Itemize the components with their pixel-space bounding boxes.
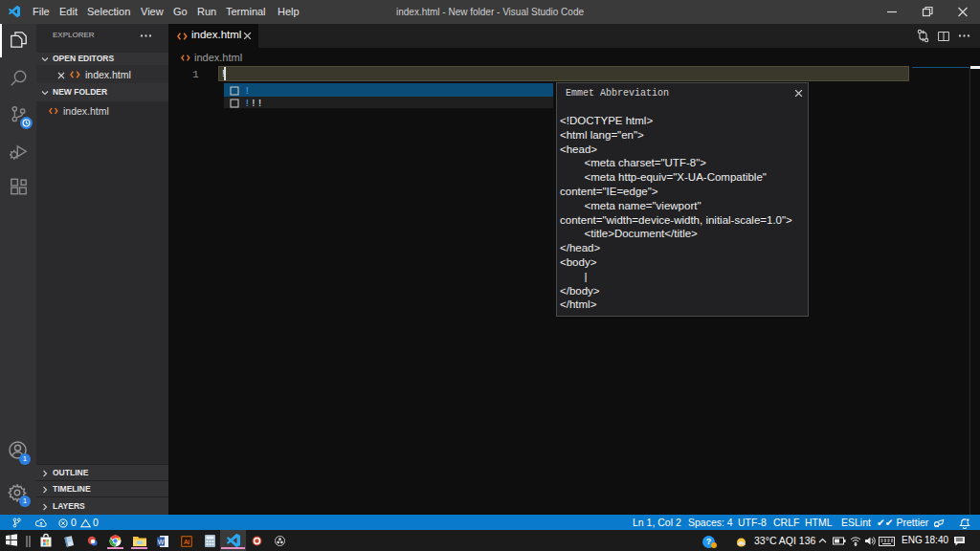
- svg-text:W: W: [158, 539, 165, 545]
- svg-text:Ai: Ai: [184, 539, 190, 545]
